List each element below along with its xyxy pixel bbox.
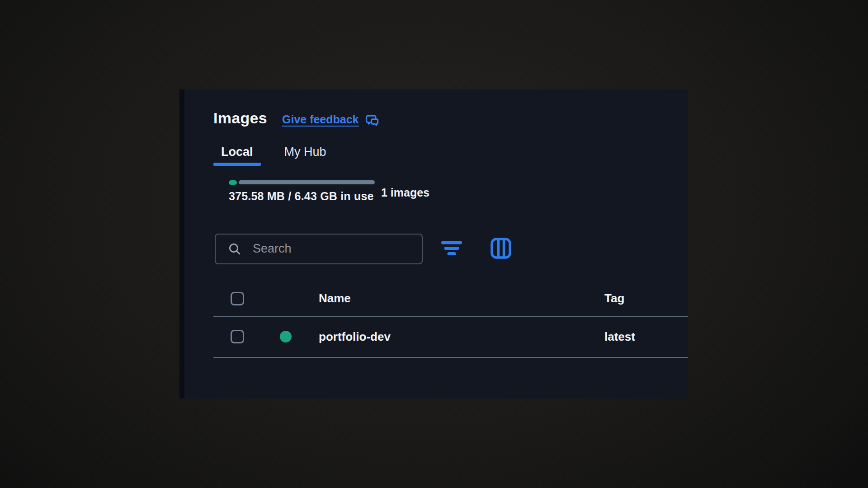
status-column-spacer xyxy=(280,293,292,305)
tab-my-hub[interactable]: My Hub xyxy=(277,144,334,166)
search-box[interactable] xyxy=(215,234,423,264)
search-icon xyxy=(227,242,242,256)
images-panel: Images Give feedback Local My Hub 375.58… xyxy=(179,89,688,399)
disk-usage-bar xyxy=(229,180,375,185)
storage-usage: 375.58 MB / 6.43 GB in use 1 images xyxy=(229,180,464,203)
image-tag: latest xyxy=(604,330,635,344)
tab-bar: Local My Hub xyxy=(213,144,688,166)
search-input[interactable] xyxy=(253,242,411,256)
filter-button[interactable] xyxy=(441,241,462,257)
disk-usage-used-segment xyxy=(229,180,237,185)
image-name: portfolio-dev xyxy=(319,330,604,344)
give-feedback-label[interactable]: Give feedback xyxy=(282,113,359,126)
images-count: 1 images xyxy=(381,186,429,199)
give-feedback-link[interactable]: Give feedback xyxy=(282,111,380,129)
in-use-status-dot xyxy=(280,331,292,343)
column-header-tag[interactable]: Tag xyxy=(604,291,624,305)
table-row-portfolio-dev[interactable]: portfolio-dev latest xyxy=(213,317,688,358)
page-header: Images Give feedback xyxy=(213,109,688,129)
row-checkbox[interactable] xyxy=(231,330,244,343)
image-status-cell xyxy=(280,331,292,343)
search-toolbar xyxy=(215,234,688,264)
column-header-name[interactable]: Name xyxy=(319,291,604,305)
tab-local[interactable]: Local xyxy=(213,144,261,166)
select-all-checkbox[interactable] xyxy=(231,292,244,305)
columns-view-button[interactable] xyxy=(491,238,511,260)
images-table: Name Tag portfolio-dev latest xyxy=(213,282,688,358)
filter-icon xyxy=(441,241,462,257)
page-title: Images xyxy=(213,109,267,127)
disk-usage-track xyxy=(239,180,375,184)
feedback-chat-icon xyxy=(364,112,380,130)
columns-icon xyxy=(491,238,511,260)
panel-left-edge xyxy=(179,89,184,399)
table-header-row: Name Tag xyxy=(213,282,688,317)
